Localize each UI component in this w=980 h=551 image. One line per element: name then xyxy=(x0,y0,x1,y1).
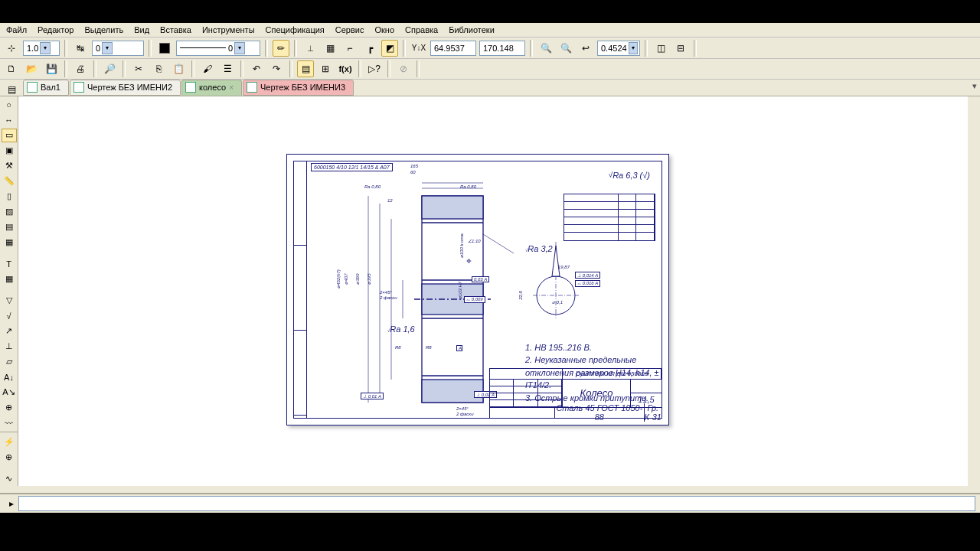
zoom-window-button[interactable]: 🔍 xyxy=(557,40,574,57)
toolbar-1: ⊹ 1.0▾ ↹ 0▾ 0▾ ✏ ⟂ ▦ ⌐ ┏ ◩ Y↓X 64.9537 1… xyxy=(0,37,980,58)
manager-button[interactable]: ▤ xyxy=(297,60,314,77)
command-input[interactable] xyxy=(18,496,975,511)
eraser-button[interactable]: ✏ xyxy=(273,40,289,57)
menu-view[interactable]: Вид xyxy=(134,25,149,34)
doc-icon xyxy=(247,82,257,93)
svg-rect-1 xyxy=(422,196,483,219)
format-button[interactable]: 🖌 xyxy=(199,60,216,77)
table-button[interactable]: ▦ xyxy=(2,272,17,286)
spec-button[interactable]: ▤ xyxy=(2,220,17,234)
color-button[interactable] xyxy=(156,40,173,57)
surface-finish: √Ra 6,3 (√) xyxy=(609,171,650,180)
round-button[interactable]: ◩ xyxy=(381,40,398,57)
document-tab-1[interactable]: Чертеж БЕЗ ИМЕНИ2 xyxy=(70,80,181,96)
auto-axis-button[interactable]: ⚡ xyxy=(2,435,17,449)
menu-help[interactable]: Справка xyxy=(405,25,438,34)
datum-button[interactable]: ▱ xyxy=(2,355,17,369)
menu-bar: Файл Редактор Выделить Вид Вставка Инстр… xyxy=(0,23,980,37)
hatch-button[interactable]: ▨ xyxy=(2,205,17,219)
menu-spec[interactable]: Спецификация xyxy=(266,25,325,34)
zoom-combo[interactable]: 0.4524▾ xyxy=(597,41,640,56)
vertical-scrollbar[interactable] xyxy=(968,96,980,486)
tolerance-button[interactable]: ⊥ xyxy=(2,340,17,354)
stop-button[interactable]: ⊘ xyxy=(395,60,412,77)
preview-button[interactable]: 🔎 xyxy=(101,60,118,77)
curve-button[interactable]: ∿ xyxy=(2,472,17,486)
document-tab-3[interactable]: Чертеж БЕЗ ИМЕНИ3 xyxy=(243,80,354,96)
props-button[interactable]: ☰ xyxy=(219,60,236,77)
doc-icon xyxy=(74,82,84,93)
base-button[interactable]: ▽ xyxy=(2,294,17,308)
paste-button[interactable]: 📋 xyxy=(170,60,187,77)
grid-button[interactable]: ▦ xyxy=(322,40,338,57)
coord-y[interactable]: 170.148 xyxy=(479,41,525,56)
menu-insert[interactable]: Вставка xyxy=(160,25,191,34)
text-button[interactable]: T xyxy=(2,257,17,271)
drawing-canvas[interactable]: 6000150 4/10 12/1 14/15 & A07 √Ra 6,3 (√… xyxy=(18,96,980,486)
xy-label: Y↓X xyxy=(410,40,427,57)
ortho-button[interactable]: ⟂ xyxy=(302,40,318,57)
help-cursor-button[interactable]: ▷? xyxy=(366,60,383,77)
measure-button[interactable]: 📏 xyxy=(2,174,17,188)
snap-button[interactable]: ⊹ xyxy=(3,40,20,57)
leader-button[interactable]: ↗ xyxy=(2,324,17,338)
coord-x[interactable]: 64.9537 xyxy=(430,41,476,56)
tabs-more-button[interactable]: ▾ xyxy=(972,81,977,91)
title-block: СумГУ КМ КП ДМ 050009 Колесо xyxy=(489,368,662,418)
toolbar-2: 🗋 📂 💾 🖨 🔎 ✂ ⎘ 📋 🖌 ☰ ↶ ↷ ▤ ⊞ f(x) ▷? ⊘ xyxy=(0,59,980,80)
new-button[interactable]: 🗋 xyxy=(3,60,20,77)
doc-icon xyxy=(27,82,38,93)
wave-button[interactable]: 〰 xyxy=(2,416,17,430)
svg-line-15 xyxy=(483,234,514,253)
tree-toggle-button[interactable]: ▤ xyxy=(3,81,20,98)
zoom-in-button[interactable]: 🔍 xyxy=(537,40,554,57)
split-h-button[interactable]: ⊟ xyxy=(672,40,689,57)
work-area: ○ ↔ ▭ ▣ ⚒ 📏 ▯ ▨ ▤ ▦ T ▦ ▽ √ ↗ ⊥ ▱ A↓ A↘ … xyxy=(0,96,980,486)
status-icon[interactable]: ▸ xyxy=(5,497,18,510)
menu-window[interactable]: Окно xyxy=(374,25,394,34)
zoom-prev-button[interactable]: ↩ xyxy=(577,40,594,57)
layer-combo[interactable]: 0▾ xyxy=(92,41,144,56)
arrow-button[interactable]: A↘ xyxy=(2,386,17,399)
tab-label: колесо xyxy=(199,83,226,92)
linestyle-combo[interactable]: 0▾ xyxy=(176,41,260,56)
dim-button[interactable]: ↔ xyxy=(2,113,17,127)
split-v-button[interactable]: ◫ xyxy=(652,40,669,57)
select-button[interactable]: ▯ xyxy=(2,190,17,204)
menu-file[interactable]: Файл xyxy=(6,25,27,34)
center-button[interactable]: ⊕ xyxy=(2,401,17,415)
document-tab-2[interactable]: колесо× xyxy=(181,80,242,96)
lcsk-button[interactable]: ⌐ xyxy=(341,40,358,57)
menu-service[interactable]: Сервис xyxy=(335,25,364,34)
tab-label: Чертеж БЕЗ ИМЕНИ3 xyxy=(260,83,345,92)
ortho-mode-button[interactable]: ┏ xyxy=(361,40,378,57)
redo-button[interactable]: ↷ xyxy=(268,60,285,77)
menu-edit[interactable]: Редактор xyxy=(38,25,74,34)
origin-button[interactable]: ⊕ xyxy=(2,451,17,465)
rough-button[interactable]: √ xyxy=(2,309,17,323)
notation-button[interactable]: ▭ xyxy=(2,129,17,142)
status-bar: ▸ xyxy=(0,494,980,513)
undo-button[interactable]: ↶ xyxy=(248,60,265,77)
document-tab-0[interactable]: Вал1 xyxy=(23,80,69,96)
geom-button[interactable]: ○ xyxy=(2,98,17,112)
save-button[interactable]: 💾 xyxy=(43,60,60,77)
menu-tools[interactable]: Инструменты xyxy=(202,25,255,34)
vars-button[interactable]: ⊞ xyxy=(317,60,334,77)
close-icon[interactable]: × xyxy=(229,83,234,92)
cut-button[interactable]: ✂ xyxy=(130,60,147,77)
menu-select[interactable]: Выделить xyxy=(84,25,123,34)
copy-button[interactable]: ⎘ xyxy=(150,60,167,77)
scale-combo[interactable]: 1.0▾ xyxy=(23,41,60,56)
menu-libs[interactable]: Библиотеки xyxy=(449,25,495,34)
reports-button[interactable]: ▦ xyxy=(2,236,17,249)
param-button[interactable]: ⚒ xyxy=(2,159,17,173)
fx-button[interactable]: f(x) xyxy=(337,60,354,77)
open-button[interactable]: 📂 xyxy=(23,60,40,77)
line-mark-button[interactable]: A↓ xyxy=(2,370,17,384)
print-button[interactable]: 🖨 xyxy=(72,60,89,77)
doc-icon xyxy=(185,82,196,93)
tab-label: Вал1 xyxy=(41,83,60,92)
step-button[interactable]: ↹ xyxy=(72,40,89,57)
edit-button[interactable]: ▣ xyxy=(2,144,17,158)
